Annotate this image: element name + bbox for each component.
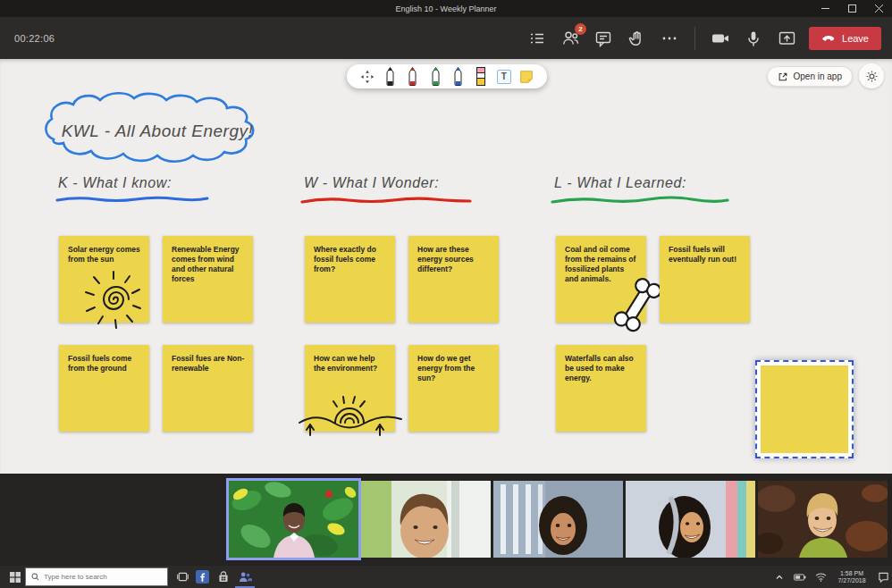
system-tray: 1:58 PM 7/27/2018 [772, 566, 890, 588]
whiteboard-toolbar: T [347, 64, 547, 88]
facebook-app-button[interactable] [191, 566, 213, 588]
toolbar-divider [694, 27, 695, 50]
taskbar-search[interactable] [25, 567, 168, 586]
clock-date: 7/27/2018 [834, 577, 870, 584]
meeting-control-bar: 00:22:06 2 [0, 17, 892, 59]
sticky-note[interactable]: Fossil fuels come from the ground [59, 345, 149, 432]
board-title: KWL - All About Energy! [25, 89, 290, 170]
participant-video-4[interactable] [626, 481, 755, 558]
selected-sticky-note[interactable] [755, 360, 854, 458]
sticky-note[interactable]: Where exactly do fossil fuels come from? [305, 236, 395, 323]
participant-1-video-feed [229, 481, 358, 558]
participant-video-1[interactable] [229, 481, 358, 558]
settings-button[interactable] [859, 63, 884, 88]
store-icon [217, 571, 230, 584]
pen-green-tool[interactable] [426, 66, 444, 88]
participant-5-video-feed [758, 481, 888, 558]
agenda-icon [528, 29, 546, 47]
wifi-icon [815, 572, 827, 582]
note-text: How are these energy sources different? [417, 245, 474, 273]
note-text: Solar energy comes from the sun [68, 245, 140, 264]
share-screen-button[interactable] [776, 28, 797, 49]
chat-button[interactable] [593, 28, 614, 49]
participant-4-video-feed [626, 481, 755, 558]
raise-hand-button[interactable] [626, 28, 647, 49]
column-header-learned: L - What I Learned: [554, 175, 686, 191]
open-in-app-label: Open in app [794, 71, 843, 81]
meeting-actions: 2 [526, 17, 881, 59]
leave-label: Leave [842, 33, 869, 44]
start-button[interactable] [5, 566, 25, 588]
sticky-note[interactable]: Coal and oil come from the remains of fo… [556, 236, 646, 323]
sunrise-sketch [298, 387, 403, 437]
window-titlebar: English 10 - Weekly Planner [0, 0, 892, 17]
maximize-button[interactable] [838, 0, 865, 17]
agenda-button[interactable] [526, 28, 548, 49]
sticky-note[interactable]: Solar energy comes from the sun [59, 236, 149, 323]
pen-red-tool[interactable] [404, 66, 422, 88]
clock-time: 1:58 PM [834, 570, 870, 577]
sticky-note-tool[interactable] [518, 66, 535, 88]
chevron-up-icon [775, 573, 784, 582]
wonder-underline [300, 195, 472, 206]
note-text: How can we help the environment? [314, 354, 377, 373]
action-center-button[interactable] [876, 566, 890, 588]
close-icon [875, 4, 883, 13]
sticky-note[interactable]: How are these energy sources different? [408, 236, 499, 323]
open-in-app-button[interactable]: Open in app [767, 66, 854, 87]
taskbar-clock[interactable]: 1:58 PM 7/27/2018 [834, 570, 870, 584]
sticky-note-icon [518, 69, 534, 85]
participants-button[interactable]: 2 [560, 28, 581, 49]
open-in-app-icon [778, 71, 788, 82]
participant-video-3[interactable] [493, 481, 623, 558]
whiteboard-canvas[interactable]: T Open in app KWL - All About Energy! K … [0, 59, 892, 474]
minimize-button[interactable] [812, 0, 838, 17]
board-title-cloud[interactable]: KWL - All About Energy! [25, 89, 290, 170]
bone-sketch [614, 276, 661, 335]
gear-icon [865, 70, 879, 83]
eraser-tool[interactable] [472, 66, 490, 88]
tray-expand-button[interactable] [772, 566, 787, 588]
search-input[interactable] [44, 573, 151, 581]
minimize-icon [821, 4, 829, 13]
teams-app-button[interactable] [234, 566, 256, 588]
sticky-note[interactable]: Renewable Energy comes from wind and oth… [163, 236, 253, 323]
camera-button[interactable] [710, 28, 731, 49]
mic-button[interactable] [743, 28, 764, 49]
leave-button[interactable]: Leave [809, 27, 881, 50]
participant-video-5[interactable] [758, 481, 888, 558]
participant-video-2[interactable] [361, 481, 491, 558]
task-view-icon [177, 571, 189, 583]
pen-black-tool[interactable] [381, 66, 399, 88]
participant-3-video-feed [493, 481, 623, 558]
sticky-note[interactable]: How can we help the environment? [305, 345, 395, 432]
window-controls [812, 0, 892, 17]
battery-status[interactable] [793, 566, 807, 588]
column-header-know: K - What I know: [58, 175, 172, 191]
more-options-button[interactable] [659, 28, 680, 49]
column-header-wonder: W - What I Wonder: [304, 175, 439, 191]
camera-icon [711, 29, 730, 48]
know-underline [55, 195, 209, 204]
windows-logo-icon [10, 572, 21, 583]
close-button[interactable] [865, 0, 892, 17]
empty-note-body [761, 365, 848, 453]
pen-blue-icon [451, 66, 465, 87]
teams-icon [238, 570, 252, 584]
search-icon [31, 573, 39, 581]
note-text: Coal and oil come from the remains of fo… [565, 245, 635, 283]
sticky-note[interactable]: Fossil fuels will eventually run out! [660, 236, 750, 323]
move-tool[interactable] [358, 66, 376, 88]
maximize-icon [848, 4, 856, 13]
text-tool-icon: T [497, 70, 511, 84]
network-status[interactable] [813, 566, 828, 588]
text-tool[interactable]: T [495, 66, 513, 88]
raise-hand-icon [627, 29, 645, 47]
pen-blue-tool[interactable] [450, 66, 467, 88]
sticky-note[interactable]: Waterfalls can also be used to make ener… [556, 345, 646, 432]
sticky-note[interactable]: How do we get energy from the sun? [408, 345, 499, 432]
hang-up-icon [821, 31, 836, 46]
store-app-button[interactable] [213, 566, 234, 588]
sticky-note[interactable]: Fossil fues are Non-renewable [163, 345, 253, 432]
task-view-button[interactable] [172, 566, 193, 588]
